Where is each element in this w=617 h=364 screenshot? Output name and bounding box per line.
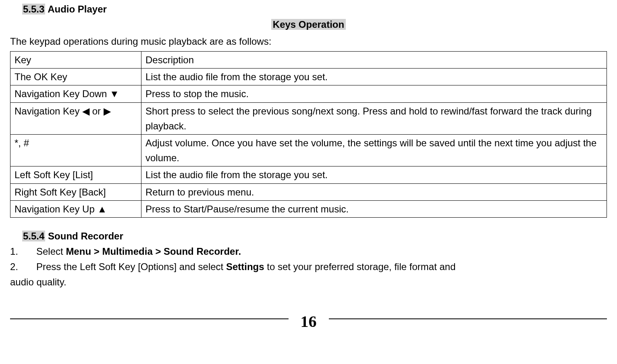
list-text-continuation: audio quality. [10, 275, 607, 289]
intro-text: The keypad operations during music playb… [10, 34, 607, 49]
table-cell-desc: List the audio file from the storage you… [141, 166, 607, 183]
section-number: 5.5.3 [22, 4, 45, 15]
section-number: 5.5.4 [22, 231, 45, 241]
table-cell-key: Key [10, 52, 141, 69]
text-run: Select [36, 246, 66, 257]
table-cell-key: Right Soft Key [Back] [10, 183, 141, 200]
list-text: Select Menu > Multimedia > Sound Recorde… [36, 244, 607, 259]
list-item: 1. Select Menu > Multimedia > Sound Reco… [10, 244, 607, 259]
subtitle-text: Keys Operation [271, 19, 346, 30]
table-row: Navigation Key ◀ or ▶ Short press to sel… [10, 102, 607, 134]
text-bold: Settings [226, 261, 264, 272]
table-cell-key: *, # [10, 134, 141, 166]
table-cell-desc: Press to Start/Pause/resume the current … [141, 200, 607, 217]
section-heading-audio-player: 5.5.3 Audio Player [22, 2, 607, 17]
table-cell-desc: Short press to select the previous song/… [141, 102, 607, 134]
table-cell-desc: Return to previous menu. [141, 183, 607, 200]
table-cell-key: Navigation Key Up ▲ [10, 200, 141, 217]
table-cell-key: Navigation Key ◀ or ▶ [10, 102, 141, 134]
list-number: 2. [10, 260, 36, 274]
list-number: 1. [10, 244, 36, 259]
keys-operation-subtitle: Keys Operation [10, 17, 607, 32]
table-cell-key: The OK Key [10, 69, 141, 85]
table-row: Navigation Key Down ▼ Press to stop the … [10, 85, 607, 102]
section-title: Audio Player [48, 4, 107, 15]
table-row: The OK Key List the audio file from the … [10, 69, 607, 85]
section-heading-sound-recorder: 5.5.4 Sound Recorder [22, 229, 607, 243]
table-row: Right Soft Key [Back] Return to previous… [10, 183, 607, 200]
footer-line-right [329, 318, 607, 319]
table-row: Left Soft Key [List] List the audio file… [10, 166, 607, 183]
text-run: to set your preferred storage, file form… [264, 261, 456, 272]
list-text: Press the Left Soft Key [Options] and se… [36, 260, 607, 274]
text-bold: Menu > Multimedia > Sound Recorder. [66, 246, 241, 257]
section-title: Sound Recorder [48, 231, 123, 241]
keys-operation-table: Key Description The OK Key List the audi… [10, 51, 607, 218]
table-cell-desc: Adjust volume. Once you have set the vol… [141, 134, 607, 166]
footer-line-left [10, 318, 289, 319]
table-cell-desc: Description [141, 52, 607, 69]
table-row: Navigation Key Up ▲ Press to Start/Pause… [10, 200, 607, 217]
list-item: 2. Press the Left Soft Key [Options] and… [10, 260, 607, 274]
page-number: 16 [301, 310, 317, 334]
text-run: Press the Left Soft Key [Options] and se… [36, 261, 226, 272]
table-row: *, # Adjust volume. Once you have set th… [10, 134, 607, 166]
table-row: Key Description [10, 52, 607, 69]
table-cell-key: Navigation Key Down ▼ [10, 85, 141, 102]
page-footer: 16 [10, 310, 607, 330]
table-cell-key: Left Soft Key [List] [10, 166, 141, 183]
table-cell-desc: List the audio file from the storage you… [141, 69, 607, 85]
table-cell-desc: Press to stop the music. [141, 85, 607, 102]
